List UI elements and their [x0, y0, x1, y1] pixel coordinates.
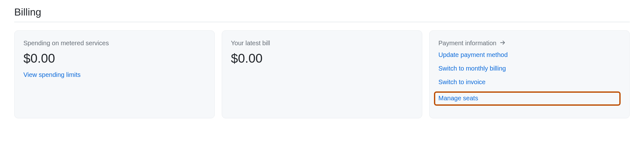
- arrow-right-icon: [499, 40, 506, 47]
- view-spending-limits-link[interactable]: View spending limits: [23, 71, 81, 78]
- spending-card: Spending on metered services $0.00 View …: [14, 30, 215, 118]
- switch-monthly-billing-link[interactable]: Switch to monthly billing: [438, 65, 506, 72]
- latest-bill-label: Your latest bill: [231, 40, 413, 47]
- manage-seats-link[interactable]: Manage seats: [438, 95, 478, 102]
- spending-label: Spending on metered services: [23, 40, 206, 47]
- payment-info-header[interactable]: Payment information: [438, 40, 621, 47]
- payment-info-label: Payment information: [438, 40, 496, 47]
- billing-cards-row: Spending on metered services $0.00 View …: [14, 30, 630, 118]
- latest-bill-amount: $0.00: [231, 51, 413, 65]
- page-title: Billing: [14, 6, 630, 22]
- spending-amount: $0.00: [23, 51, 206, 65]
- payment-info-links: Update payment method Switch to monthly …: [438, 51, 621, 106]
- manage-seats-highlight: Manage seats: [434, 91, 621, 106]
- latest-bill-card: Your latest bill $0.00: [222, 30, 422, 118]
- update-payment-method-link[interactable]: Update payment method: [438, 51, 508, 59]
- payment-info-card: Payment information Update payment metho…: [429, 30, 630, 118]
- switch-to-invoice-link[interactable]: Switch to invoice: [438, 78, 486, 86]
